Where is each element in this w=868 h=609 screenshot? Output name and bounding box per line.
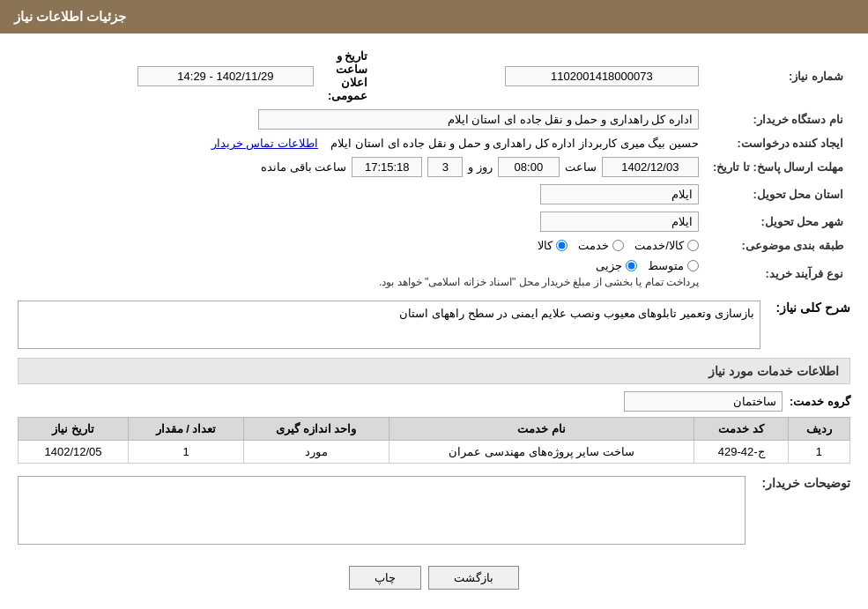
contact-link[interactable]: اطلاعات تماس خریدار: [211, 137, 318, 150]
announce-date-input[interactable]: [137, 66, 314, 86]
need-desc-box: بازسازی وتعمیر تابلوهای معیوب ونصب علایم…: [18, 301, 760, 349]
info-row-creator: ایجاد کننده درخواست: حسین بیگ میری کاربر…: [18, 133, 850, 153]
buyer-notes-label: توضیحات خریدار:: [753, 476, 850, 490]
deadline-cell: ساعت روز و ساعت باقی مانده: [18, 153, 706, 181]
radio-kala-khedmat-label: کالا/خدمت: [634, 239, 684, 252]
buyer-org-input[interactable]: [258, 109, 699, 130]
purchase-type-option-jozi[interactable]: جزیی: [596, 259, 637, 272]
col-unit: واحد اندازه گیری: [243, 418, 389, 441]
category-label: طبقه بندی موضوعی:: [706, 235, 850, 256]
category-option-kala[interactable]: کالا: [538, 239, 568, 252]
purchase-type-option-motavasset[interactable]: متوسط: [648, 259, 699, 272]
buyer-notes-textarea[interactable]: [18, 476, 746, 545]
main-content: شماره نیاز: تاریخ و ساعت اعلان عمومی: نا…: [0, 33, 868, 609]
creator-label: ایجاد کننده درخواست:: [706, 133, 850, 153]
service-group-label: گروه خدمت:: [790, 395, 850, 408]
services-table-header-row: ردیف کد خدمت نام خدمت واحد اندازه گیری ت…: [19, 418, 850, 441]
need-number-label: شماره نیاز:: [706, 46, 850, 106]
radio-kala-label: کالا: [538, 239, 553, 252]
col-qty: تعداد / مقدار: [129, 418, 244, 441]
purchase-type-note: پرداخت تمام یا بخشی از مبلغ خریدار محل "…: [25, 276, 699, 288]
col-name: نام خدمت: [389, 418, 694, 441]
category-option-khedmat[interactable]: خدمت: [578, 239, 624, 252]
deadline-days-input[interactable]: [427, 157, 463, 177]
radio-jozi-label: جزیی: [596, 259, 622, 272]
buyer-org-label: نام دستگاه خریدار:: [706, 106, 850, 133]
radio-jozi[interactable]: [626, 260, 637, 271]
cell-qty: 1: [129, 441, 244, 464]
services-section-header: اطلاعات خدمات مورد نیاز: [18, 358, 850, 384]
page-header: جزئیات اطلاعات نیاز: [0, 0, 868, 33]
info-row-buyer-org: نام دستگاه خریدار:: [18, 106, 850, 133]
back-button[interactable]: بازگشت: [428, 566, 519, 590]
info-row-purchase-type: نوع فرآیند خرید: متوسط جزیی پرداخت تمام …: [18, 256, 850, 292]
deadline-remaining-label: ساعت باقی مانده: [261, 160, 346, 174]
cell-code: ج-42-429: [694, 441, 788, 464]
need-desc-row: شرح کلی نیاز: بازسازی وتعمیر تابلوهای مع…: [18, 301, 850, 349]
deadline-label: مهلت ارسال پاسخ: تا تاریخ:: [706, 153, 850, 181]
radio-khedmat-label: خدمت: [578, 239, 609, 252]
services-table: ردیف کد خدمت نام خدمت واحد اندازه گیری ت…: [18, 417, 850, 464]
radio-kala-khedmat[interactable]: [687, 240, 699, 251]
city-cell: [18, 208, 706, 235]
province-input[interactable]: [540, 184, 699, 204]
col-date: تاریخ نیاز: [19, 418, 129, 441]
cell-date: 1402/12/05: [19, 441, 129, 464]
creator-cell: حسین بیگ میری کاربرداز اداره کل راهداری …: [18, 133, 706, 153]
info-row-1: شماره نیاز: تاریخ و ساعت اعلان عمومی:: [18, 46, 850, 106]
deadline-time-label: ساعت: [565, 160, 597, 174]
deadline-date-input[interactable]: [602, 157, 699, 177]
announce-label: تاریخ و ساعت اعلان عمومی:: [321, 46, 375, 106]
cell-unit: مورد: [243, 441, 389, 464]
col-row-num: ردیف: [788, 418, 849, 441]
radio-khedmat[interactable]: [612, 240, 624, 251]
footer-buttons: بازگشت چاپ: [18, 557, 850, 607]
category-cell: کالا/خدمت خدمت کالا: [18, 235, 706, 256]
info-row-category: طبقه بندی موضوعی: کالا/خدمت خدمت: [18, 235, 850, 256]
purchase-type-cell: متوسط جزیی پرداخت تمام یا بخشی از مبلغ خ…: [18, 256, 706, 292]
province-cell: [18, 181, 706, 208]
deadline-remaining-input[interactable]: [352, 157, 422, 177]
radio-kala[interactable]: [556, 240, 568, 251]
print-button[interactable]: چاپ: [349, 566, 421, 590]
city-label: شهر محل تحویل:: [706, 208, 850, 235]
city-input[interactable]: [540, 212, 699, 232]
buyer-notes-row: توضیحات خریدار:: [18, 476, 850, 545]
service-group-input[interactable]: [624, 391, 783, 412]
need-desc-label: شرح کلی نیاز:: [768, 301, 850, 315]
deadline-days-label: روز و: [468, 160, 493, 174]
info-row-deadline: مهلت ارسال پاسخ: تا تاریخ: ساعت روز و سا…: [18, 153, 850, 181]
page-wrapper: جزئیات اطلاعات نیاز شماره نیاز: تاریخ و …: [0, 0, 868, 609]
announce-date-cell: [18, 46, 321, 106]
page-title: جزئیات اطلاعات نیاز: [14, 9, 126, 24]
service-group-row: گروه خدمت:: [18, 391, 850, 412]
radio-motavasset[interactable]: [687, 260, 699, 271]
cell-name: ساخت سایر پروژه‌های مهندسی عمران: [389, 441, 694, 464]
info-row-city: شهر محل تحویل:: [18, 208, 850, 235]
radio-motavasset-label: متوسط: [648, 259, 684, 272]
col-code: کد خدمت: [694, 418, 788, 441]
province-label: استان محل تحویل:: [706, 181, 850, 208]
need-number-input[interactable]: [505, 66, 699, 86]
cell-row-num: 1: [788, 441, 849, 464]
need-number-value: [375, 46, 706, 106]
purchase-type-label: نوع فرآیند خرید:: [706, 256, 850, 292]
creator-name: حسین بیگ میری کاربرداز اداره کل راهداری …: [330, 137, 699, 150]
info-row-province: استان محل تحویل:: [18, 181, 850, 208]
category-option-kala-khedmat[interactable]: کالا/خدمت: [634, 239, 699, 252]
deadline-time-input[interactable]: [498, 157, 560, 177]
info-table: شماره نیاز: تاریخ و ساعت اعلان عمومی: نا…: [18, 46, 850, 292]
table-row: 1 ج-42-429 ساخت سایر پروژه‌های مهندسی عم…: [19, 441, 850, 464]
buyer-org-cell: [18, 106, 706, 133]
